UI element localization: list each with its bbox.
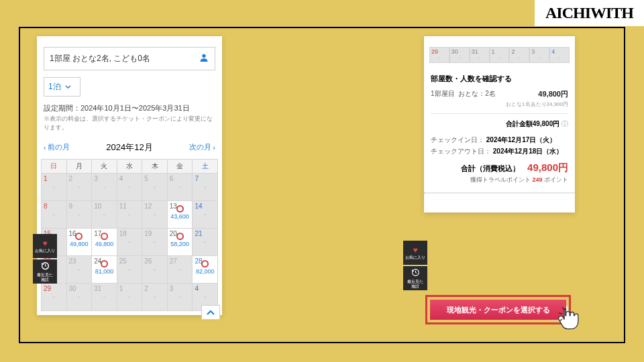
calendar-cell: 12- <box>142 200 168 228</box>
day-number: 7 <box>195 175 199 182</box>
total-label: 合計（消費税込） <box>461 164 520 172</box>
prev-month-link[interactable]: ‹ 前の月 <box>44 142 70 152</box>
chevron-left-icon: ‹ <box>44 143 46 152</box>
day-number: 21 <box>195 230 202 237</box>
availability-ring-icon <box>176 205 184 213</box>
day-number: 31 <box>94 285 101 292</box>
points-earned: 249 <box>532 176 542 183</box>
checkin-value: 2024年12月17日（火） <box>486 136 557 143</box>
calendar-cell: 2- <box>142 283 168 310</box>
calendar-table: 日月火水木金土 1-2-3-4-5-6-7-8-9-10-11-12-1343,… <box>41 159 218 311</box>
dow-header: 日 <box>42 159 67 173</box>
day-number: 2 <box>69 175 73 182</box>
chevron-right-icon: › <box>213 143 215 152</box>
day-number: 6 <box>170 175 174 182</box>
dow-header: 月 <box>66 159 92 173</box>
recently-viewed-tab[interactable]: 最近見た施設 <box>33 259 57 284</box>
day-number: 5 <box>144 175 148 182</box>
mini-cal-cell: 30- <box>449 47 470 63</box>
per-person-price: おとな1名あたり24,900円 <box>431 101 568 108</box>
dow-header: 土 <box>193 159 218 173</box>
calendar-cell: 7- <box>193 173 218 200</box>
confirm-heading: 部屋数・人数を確認する <box>431 74 568 84</box>
day-number: 10 <box>94 202 101 210</box>
day-number: 3 <box>94 175 98 182</box>
calendar-cell: 10- <box>92 200 117 228</box>
room-price: 49,800円 <box>538 89 568 99</box>
day-number: 4 <box>119 175 123 182</box>
day-number: 9 <box>69 202 73 210</box>
day-number: 13 <box>170 202 177 210</box>
cell-price: 82,000 <box>193 268 217 275</box>
calendar-cell: 2- <box>66 173 92 200</box>
calendar-cell[interactable]: 1343,600 <box>167 200 193 228</box>
help-icon[interactable]: ⓘ <box>561 120 568 127</box>
calendar-cell[interactable]: 1649,800 <box>66 228 92 255</box>
calendar-cell: 21- <box>193 228 218 255</box>
availability-ring-icon <box>176 233 184 240</box>
calendar-cell: 1- <box>42 173 67 200</box>
room-guest-field[interactable]: 1部屋 おとな2名, こども0名 <box>44 47 215 70</box>
calendar-cell: 31- <box>92 283 117 310</box>
cell-price: 49,800 <box>67 241 92 247</box>
calendar-cell: 11- <box>117 200 142 228</box>
collapse-button-left[interactable] <box>201 305 220 320</box>
day-number: 4 <box>195 285 199 292</box>
calendar-cell[interactable]: 2882,000 <box>193 255 218 283</box>
calendar-cell: 5- <box>142 173 168 200</box>
calendar-cell[interactable]: 2481,000 <box>92 255 117 283</box>
svg-point-0 <box>202 54 205 58</box>
cell-price: 43,600 <box>168 213 193 220</box>
mini-cal-cell: 4- <box>549 47 570 63</box>
favorites-tab[interactable]: ♥ お気に入り <box>403 241 427 265</box>
select-coupon-button[interactable]: 現地観光・クーポンを選択する <box>430 300 566 320</box>
day-number: 19 <box>144 230 152 237</box>
mini-cal-cell: 31- <box>470 47 490 63</box>
mini-calendar-row: 29-30-31-1-2-3-4- <box>429 47 570 63</box>
calendar-cell: 30- <box>66 283 92 310</box>
calendar-cell[interactable]: 2058,200 <box>167 228 193 255</box>
day-number: 23 <box>69 257 76 265</box>
nights-select[interactable]: 1泊 <box>44 77 80 97</box>
day-number: 16 <box>69 230 76 237</box>
favorites-tab[interactable]: ♥ お気に入り <box>33 234 57 258</box>
day-number: 14 <box>195 202 202 210</box>
chevron-down-icon <box>65 82 71 92</box>
day-number: 26 <box>144 257 152 265</box>
recently-viewed-tab[interactable]: 最近見た施設 <box>403 266 427 290</box>
day-number: 17 <box>94 230 101 237</box>
day-number: 30 <box>69 285 76 292</box>
day-number: 20 <box>170 230 177 237</box>
day-number: 1 <box>44 175 48 182</box>
subtotal: 合計金額49,800円 <box>506 120 560 127</box>
month-title: 2024年12月 <box>106 141 152 154</box>
flow-arrow-icon <box>255 168 389 235</box>
guests-label: おとな：2名 <box>458 90 496 97</box>
day-number: 12 <box>144 202 152 210</box>
calendar-cell: 14- <box>193 200 218 228</box>
calendar-cell: 29- <box>42 283 67 310</box>
price-note: ※表示の料金は、選択するチケット・クーポンにより変更になります。 <box>44 115 215 131</box>
separator <box>431 113 568 114</box>
side-tabs-left: ♥ お気に入り 最近見た施設 <box>33 234 57 284</box>
calendar-cell: 9- <box>66 200 92 228</box>
dow-header: 金 <box>167 159 193 173</box>
day-number: 3 <box>170 285 174 292</box>
day-number: 8 <box>44 202 48 210</box>
room-guest-value: 1部屋 おとな2名, こども0名 <box>50 53 150 64</box>
checkin-label: チェックイン日： <box>431 136 484 143</box>
calendar-cell: 18- <box>117 228 142 255</box>
calendar-cell: 6- <box>167 173 193 200</box>
calendar-cell: 3- <box>92 173 117 200</box>
calendar-cell: 23- <box>66 255 92 283</box>
day-number: 18 <box>119 230 127 237</box>
next-month-link[interactable]: 次の月 › <box>189 142 215 152</box>
heart-icon: ♥ <box>42 239 47 248</box>
calendar-cell[interactable]: 1749,800 <box>92 228 117 255</box>
mini-cal-cell: 3- <box>529 47 549 63</box>
day-number: 1 <box>119 285 123 292</box>
mini-cal-cell: 2- <box>509 47 529 63</box>
mini-cal-cell: 1- <box>490 47 510 63</box>
calendar-panel: 1部屋 おとな2名, こども0名 1泊 設定期間：2024年10月1日〜2025… <box>37 36 222 315</box>
total-amount: 49,800円 <box>527 162 568 173</box>
